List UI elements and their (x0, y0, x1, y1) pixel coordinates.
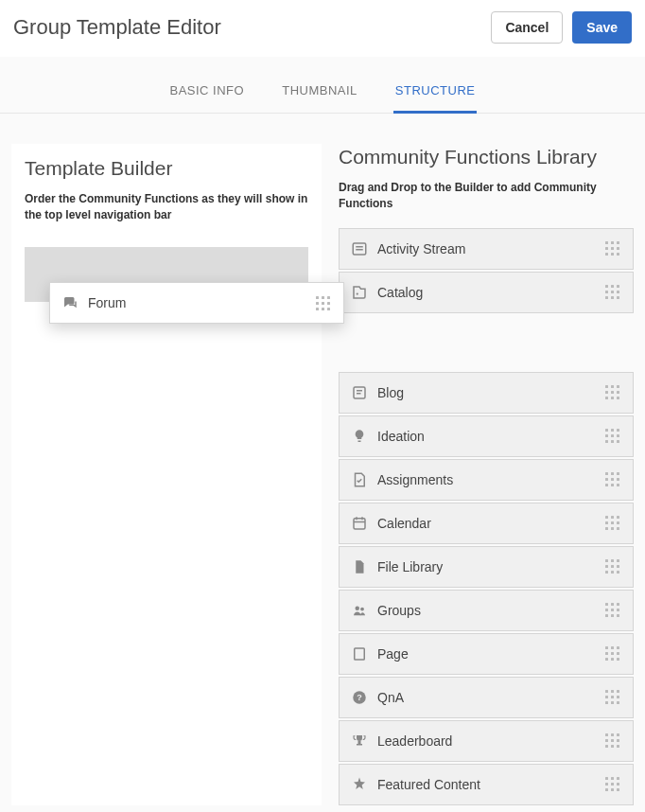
page-icon (351, 645, 368, 662)
tab-thumbnail[interactable]: THUMBNAIL (280, 83, 359, 113)
star-icon (351, 776, 368, 793)
drag-handle-icon[interactable] (602, 383, 621, 402)
drag-handle-icon[interactable] (602, 644, 621, 663)
builder-subtitle: Order the Community Functions as they wi… (25, 191, 308, 224)
blog-icon (351, 384, 368, 401)
drag-handle-icon[interactable] (602, 775, 621, 794)
library-item[interactable]: Ideation (339, 415, 634, 457)
tab-structure[interactable]: STRUCTURE (393, 83, 478, 114)
drag-handle-icon[interactable] (602, 557, 621, 576)
content: Template Builder Order the Community Fun… (0, 114, 645, 805)
catalog-icon (351, 284, 368, 301)
library-item-label: QnA (377, 690, 602, 705)
library-item[interactable]: Catalog (339, 272, 634, 313)
assign-icon (351, 471, 368, 488)
library-item[interactable]: Leaderboard (339, 720, 634, 762)
library-item-label: Catalog (377, 285, 602, 300)
library-list: Activity StreamCatalogBlogIdeationAssign… (339, 228, 634, 805)
trophy-icon (351, 733, 368, 750)
drag-handle-icon[interactable] (602, 283, 621, 302)
tab-basic-info[interactable]: BASIC INFO (168, 83, 247, 113)
forum-icon (61, 294, 78, 311)
drag-handle-icon[interactable] (602, 239, 621, 258)
idea-icon (351, 428, 368, 445)
drag-handle-icon[interactable] (602, 601, 621, 620)
library-item[interactable]: Featured Content (339, 764, 634, 805)
library-item[interactable]: Calendar (339, 503, 634, 544)
library-item-label: Ideation (377, 429, 602, 444)
template-builder-panel: Template Builder Order the Community Fun… (11, 144, 322, 805)
dragging-item-forum[interactable]: Forum (49, 282, 344, 324)
library-item-label: Page (377, 646, 602, 662)
calendar-icon (351, 515, 368, 532)
drag-handle-icon[interactable] (602, 688, 621, 707)
drag-handle-icon[interactable] (602, 427, 621, 446)
list-icon (351, 240, 368, 257)
library-item[interactable]: Groups (339, 590, 634, 631)
library-item-label: File Library (377, 559, 602, 574)
library-item[interactable]: QnA (339, 677, 634, 718)
library-subtitle: Drag and Drop to the Builder to add Comm… (339, 180, 634, 213)
library-item-label: Featured Content (377, 777, 602, 792)
library-item-label: Calendar (377, 516, 602, 531)
library-panel: Community Functions Library Drag and Dro… (339, 144, 634, 805)
page-title: Group Template Editor (13, 15, 221, 40)
save-button[interactable]: Save (572, 11, 632, 44)
library-item[interactable]: Blog (339, 372, 634, 414)
header-actions: Cancel Save (491, 11, 632, 44)
library-item[interactable]: Page (339, 633, 634, 675)
file-icon (351, 558, 368, 575)
library-item[interactable]: File Library (339, 546, 634, 588)
tabs: BASIC INFO THUMBNAIL STRUCTURE (0, 57, 645, 114)
drag-handle-icon[interactable] (602, 732, 621, 750)
library-item-label: Blog (377, 385, 602, 400)
library-item-label: Activity Stream (377, 241, 602, 256)
library-item-label: Assignments (377, 472, 602, 487)
groups-icon (351, 602, 368, 619)
library-item-label: Leaderboard (377, 733, 602, 749)
cancel-button[interactable]: Cancel (491, 11, 563, 44)
builder-title: Template Builder (25, 157, 308, 180)
library-title: Community Functions Library (339, 146, 634, 168)
library-item[interactable]: Assignments (339, 459, 634, 501)
library-item-label: Groups (377, 603, 602, 618)
header: Group Template Editor Cancel Save (0, 0, 645, 57)
drag-handle-icon[interactable] (313, 293, 332, 312)
library-item[interactable]: Activity Stream (339, 228, 634, 270)
qna-icon (351, 689, 368, 706)
library-gap (339, 315, 634, 370)
drag-handle-icon[interactable] (602, 514, 621, 533)
dragging-item-label: Forum (88, 295, 313, 310)
drag-handle-icon[interactable] (602, 470, 621, 489)
